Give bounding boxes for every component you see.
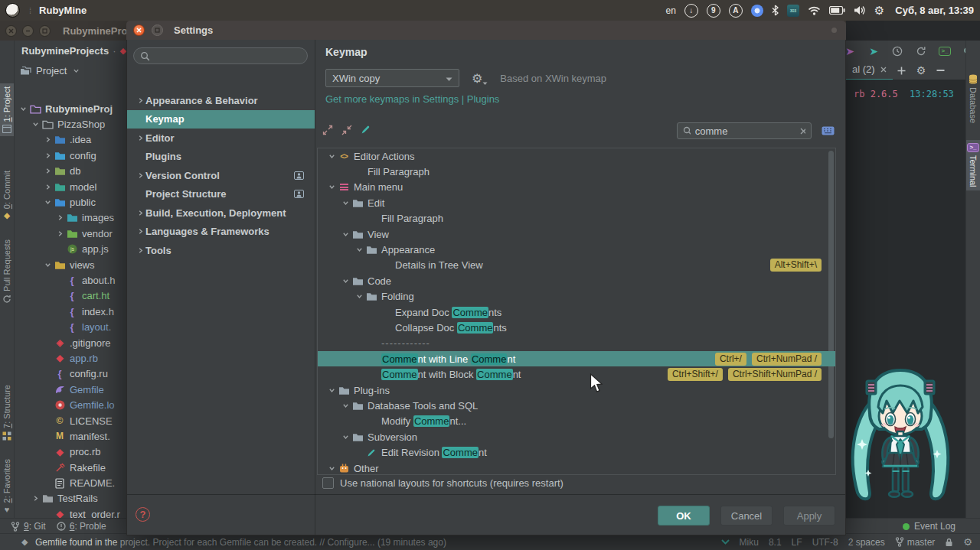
music-app-icon[interactable]: 303 bbox=[787, 5, 799, 17]
tool-window-button-structure[interactable]: 7: Structure bbox=[0, 382, 14, 444]
clear-search-icon[interactable] bbox=[800, 128, 805, 135]
chevron-down-icon[interactable] bbox=[327, 465, 337, 472]
keymap-tree-row[interactable]: Comment with Line CommentCtrl+/Ctrl+NumP… bbox=[318, 351, 835, 366]
window-minimize-icon[interactable] bbox=[22, 25, 34, 37]
chevron-down-icon[interactable] bbox=[31, 121, 41, 128]
collapse-chevron-icon[interactable] bbox=[721, 539, 730, 545]
add-tab-icon[interactable] bbox=[897, 67, 906, 75]
status-widget-8-1[interactable]: 8.1 bbox=[769, 537, 782, 548]
tool-window-button-project[interactable]: 1: Project bbox=[0, 83, 14, 136]
keyboard-layout-indicator[interactable]: en bbox=[666, 5, 676, 16]
settings-category-tools[interactable]: Tools bbox=[127, 241, 315, 260]
layout-a-circle-icon[interactable]: A bbox=[729, 4, 743, 18]
status-widget-2-spaces[interactable]: 2 spaces bbox=[848, 537, 885, 548]
keymap-search-input[interactable] bbox=[695, 125, 795, 137]
chromium-icon[interactable] bbox=[751, 5, 763, 17]
dialog-menu-dot-icon[interactable] bbox=[831, 28, 837, 33]
keymap-tree-row[interactable]: Folding bbox=[318, 289, 835, 304]
tool-window-button-pull-requests[interactable]: Pull Requests bbox=[0, 236, 14, 307]
status-widget-lf[interactable]: LF bbox=[792, 537, 802, 548]
chevron-right-icon[interactable] bbox=[135, 172, 145, 179]
chevron-down-icon[interactable] bbox=[341, 278, 351, 285]
national-layouts-option[interactable]: Use national layouts for shortcuts (requ… bbox=[322, 477, 564, 489]
status-widget-miku[interactable]: Miku bbox=[740, 537, 759, 548]
chevron-right-icon[interactable] bbox=[55, 214, 65, 221]
keymap-tree-row[interactable]: Edit Revision Comment bbox=[318, 444, 835, 460]
chevron-down-icon[interactable] bbox=[354, 246, 364, 253]
dialog-close-icon[interactable] bbox=[133, 24, 145, 36]
keymap-tree-row[interactable]: Appearance bbox=[318, 242, 835, 257]
breadcrumb[interactable]: RubymineProjects bbox=[21, 45, 109, 57]
settings-category-project-structure[interactable]: Project Structure bbox=[127, 185, 315, 204]
chevron-right-icon[interactable] bbox=[135, 210, 145, 216]
keymap-tree-row[interactable]: ------------ bbox=[318, 336, 835, 351]
keymap-tree-row[interactable]: View bbox=[318, 226, 835, 242]
edit-shortcut-pencil-icon[interactable] bbox=[361, 125, 371, 137]
chevron-right-icon[interactable] bbox=[43, 152, 53, 159]
keymap-tree-row[interactable]: Edit bbox=[318, 195, 835, 210]
tab-settings-gear-icon[interactable]: ⚙ bbox=[916, 64, 926, 76]
keyboard-icon[interactable] bbox=[822, 126, 835, 135]
checkbox-unchecked[interactable] bbox=[322, 477, 334, 489]
input-arrow-circle-icon[interactable]: ↓ bbox=[684, 4, 698, 18]
chevron-down-icon[interactable] bbox=[43, 262, 53, 268]
git-branch-widget[interactable]: master bbox=[895, 537, 936, 548]
chevron-right-icon[interactable] bbox=[31, 495, 41, 502]
dialog-maximize-icon[interactable] bbox=[152, 24, 163, 36]
chevron-right-icon[interactable] bbox=[43, 168, 53, 174]
chevron-right-icon[interactable] bbox=[135, 97, 145, 104]
ok-button[interactable]: OK bbox=[658, 506, 710, 526]
settings-category-keymap[interactable]: Keymap bbox=[127, 110, 315, 129]
apply-button[interactable]: Apply bbox=[783, 506, 835, 526]
chevron-down-icon[interactable] bbox=[341, 402, 351, 409]
lock-icon[interactable] bbox=[945, 538, 953, 547]
tab-close-icon[interactable] bbox=[880, 67, 887, 73]
keymap-tree-row[interactable]: Fill Paragraph bbox=[318, 164, 835, 179]
event-log-button[interactable]: Event Log bbox=[903, 521, 956, 532]
chevron-down-icon[interactable] bbox=[327, 184, 337, 190]
keymap-tree-row[interactable]: Fill Paragraph bbox=[318, 211, 835, 226]
chevron-right-icon[interactable] bbox=[135, 247, 145, 254]
keymap-tree-row[interactable]: Code bbox=[318, 273, 835, 288]
bluetooth-icon[interactable] bbox=[772, 5, 779, 16]
wifi-icon[interactable] bbox=[808, 6, 821, 15]
settings-category-languages-frameworks[interactable]: Languages & Frameworks bbox=[127, 223, 315, 242]
chevron-right-icon[interactable] bbox=[43, 136, 53, 143]
tool-window-button-proble[interactable]: 6: Proble bbox=[57, 521, 106, 532]
chevron-right-icon[interactable] bbox=[135, 228, 145, 235]
minimize-panel-icon[interactable] bbox=[936, 69, 945, 72]
keymap-tree-row[interactable]: Main menu bbox=[318, 180, 835, 195]
window-close-icon[interactable] bbox=[5, 25, 17, 37]
chevron-right-icon[interactable] bbox=[135, 135, 145, 142]
cancel-button[interactable]: Cancel bbox=[720, 506, 773, 526]
keymap-tree-row[interactable]: Other bbox=[318, 461, 835, 475]
keymap-tree-row[interactable]: Details in Tree ViewAlt+Shift+\ bbox=[318, 258, 835, 273]
chevron-down-icon[interactable] bbox=[341, 434, 351, 441]
settings-category-plugins[interactable]: Plugins bbox=[127, 148, 315, 167]
terminal-green-icon[interactable]: >_ bbox=[938, 44, 952, 58]
keymap-tree-row[interactable]: Plug-ins bbox=[318, 382, 835, 398]
status-message[interactable]: Gemfile found in the project. Project fo… bbox=[35, 537, 446, 548]
expand-all-icon[interactable] bbox=[322, 125, 333, 138]
settings-dialog-titlebar[interactable]: Settings bbox=[126, 21, 846, 40]
settings-search-input[interactable] bbox=[154, 50, 301, 61]
keymap-tree-row[interactable]: Collapse Doc Comments bbox=[318, 320, 835, 335]
get-more-keymaps-link[interactable]: Get more keymaps in Settings | Plugins bbox=[325, 93, 499, 105]
chevron-down-icon[interactable] bbox=[327, 153, 337, 160]
tool-window-button-terminal[interactable]: >_Terminal bbox=[966, 140, 980, 190]
update-icon[interactable] bbox=[914, 44, 928, 58]
badge-9-circle-icon[interactable]: 9 bbox=[707, 4, 720, 18]
settings-search-field[interactable] bbox=[133, 47, 308, 64]
settings-category-appearance-behavior[interactable]: Appearance & Behavior bbox=[127, 91, 315, 110]
tool-window-button-favorites[interactable]: 2: Favorites♥ bbox=[0, 456, 14, 517]
chevron-down-icon[interactable] bbox=[354, 293, 364, 300]
keymap-tree-row[interactable]: Subversion bbox=[318, 429, 835, 444]
tab-terminal[interactable]: al (2) bbox=[846, 60, 893, 81]
keymap-tree-row[interactable]: Database Tools and SQL bbox=[318, 398, 835, 413]
collapse-all-icon[interactable] bbox=[341, 125, 352, 138]
settings-category-version-control[interactable]: Version Control bbox=[127, 166, 315, 185]
settings-gear-icon[interactable]: ⚙ bbox=[874, 4, 884, 18]
settings-category-build-execution-deployment[interactable]: Build, Execution, Deployment bbox=[127, 203, 315, 223]
deploy-icon[interactable]: ➤ bbox=[867, 44, 880, 58]
keymap-tree-row[interactable]: <>Editor Actions bbox=[318, 148, 835, 164]
